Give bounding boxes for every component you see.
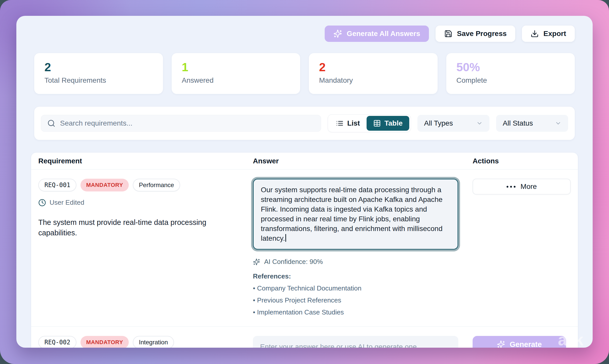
type-filter-value: All Types: [424, 119, 453, 127]
clock-icon: [38, 199, 46, 207]
app-window: Generate All Answers Save Progress Expor…: [16, 16, 593, 348]
search-icon: [47, 119, 55, 127]
mandatory-badge: MANDATORY: [80, 336, 129, 348]
reference-item: Implementation Case Studies: [253, 308, 458, 316]
status-line: User Edited: [38, 199, 238, 207]
view-list-label: List: [347, 119, 360, 127]
stat-mandatory-value: 2: [319, 61, 427, 74]
ai-confidence-text: AI Confidence: 90%: [264, 258, 323, 266]
reference-item: Company Technical Documentation: [253, 284, 458, 292]
chevron-down-icon: [476, 120, 483, 127]
stat-answered-label: Answered: [182, 76, 290, 84]
stat-card-mandatory: 2 Mandatory: [309, 53, 438, 94]
stats-row: 2 Total Requirements 1 Answered 2 Mandat…: [34, 53, 575, 94]
column-header-actions: Actions: [473, 157, 571, 165]
requirements-table: Requirement Answer Actions REQ-001 MANDA…: [31, 153, 578, 348]
sparkles-icon: [253, 258, 260, 265]
table-row: REQ-001 MANDATORY Performance User Edite…: [31, 169, 578, 327]
requirement-text: The system must provide real-time data p…: [38, 217, 238, 238]
sparkles-icon: [333, 29, 342, 38]
reference-item: Previous Project References: [253, 296, 458, 304]
save-progress-label: Save Progress: [457, 30, 507, 38]
status-filter-select[interactable]: All Status: [496, 115, 568, 132]
stat-answered-value: 1: [182, 61, 290, 74]
stat-card-complete: 50% Complete: [446, 53, 575, 94]
save-icon: [444, 30, 452, 38]
more-button[interactable]: More: [473, 179, 571, 195]
badge-group: REQ-001 MANDATORY Performance: [38, 179, 238, 191]
watermark: ark: [558, 330, 584, 349]
top-toolbar: Generate All Answers Save Progress Expor…: [16, 16, 593, 42]
answer-textarea[interactable]: [253, 336, 458, 348]
stat-card-total: 2 Total Requirements: [34, 53, 163, 94]
column-header-requirement: Requirement: [38, 157, 253, 165]
references-label: References:: [253, 272, 458, 280]
chevron-down-icon: [555, 120, 561, 127]
filter-bar: List Table All Types All Status: [34, 107, 575, 140]
status-text: User Edited: [50, 199, 84, 207]
type-filter-select[interactable]: All Types: [417, 115, 489, 132]
category-badge: Performance: [133, 179, 180, 191]
mandatory-badge: MANDATORY: [80, 179, 129, 191]
generate-label: Generate: [510, 340, 542, 348]
stat-mandatory-label: Mandatory: [319, 76, 427, 84]
category-badge: Integration: [133, 336, 174, 348]
requirement-cell: REQ-002 MANDATORY Integration Unanswered…: [38, 336, 253, 348]
requirement-id-badge: REQ-002: [38, 336, 76, 348]
requirement-cell: REQ-001 MANDATORY Performance User Edite…: [38, 179, 253, 316]
view-table-label: Table: [384, 119, 403, 127]
export-button[interactable]: Export: [522, 26, 575, 42]
answer-cell: Our system supports real-time data proce…: [253, 179, 473, 316]
table-icon: [373, 119, 381, 127]
stat-complete-value: 50%: [456, 61, 565, 74]
actions-cell: Generate: [473, 336, 571, 348]
generate-all-answers-label: Generate All Answers: [347, 30, 420, 38]
actions-inner: Generate: [473, 336, 571, 348]
view-toggle: List Table: [328, 114, 411, 132]
answer-textarea[interactable]: Our system supports real-time data proce…: [253, 179, 458, 250]
search-input[interactable]: [60, 119, 315, 127]
download-icon: [531, 30, 539, 38]
sparkles-icon: [497, 340, 505, 348]
view-toggle-table[interactable]: Table: [367, 116, 409, 131]
search-box: [41, 115, 321, 132]
status-filter-value: All Status: [503, 119, 533, 127]
actions-cell: More: [473, 179, 571, 316]
list-icon: [336, 119, 344, 127]
export-label: Export: [543, 30, 566, 38]
table-row: REQ-002 MANDATORY Integration Unanswered…: [31, 327, 578, 348]
text-caret: [285, 234, 286, 242]
more-label: More: [521, 183, 537, 191]
ellipsis-icon: [507, 186, 516, 188]
stat-card-answered: 1 Answered: [172, 53, 300, 94]
generate-all-answers-button[interactable]: Generate All Answers: [325, 26, 429, 42]
table-header-row: Requirement Answer Actions: [31, 153, 578, 169]
ai-confidence: AI Confidence: 90%: [253, 258, 458, 266]
badge-group: REQ-002 MANDATORY Integration: [38, 336, 238, 348]
stat-complete-label: Complete: [456, 76, 565, 84]
stat-total-value: 2: [44, 61, 153, 74]
generate-button[interactable]: Generate: [473, 336, 566, 348]
references-block: References: Company Technical Documentat…: [253, 272, 458, 316]
view-toggle-list[interactable]: List: [329, 116, 367, 131]
stat-total-label: Total Requirements: [44, 76, 153, 84]
answer-text: Our system supports real-time data proce…: [261, 186, 442, 242]
requirement-id-badge: REQ-001: [38, 179, 76, 191]
save-progress-button[interactable]: Save Progress: [436, 26, 516, 42]
answer-cell: [253, 336, 473, 348]
column-header-answer: Answer: [253, 157, 473, 165]
